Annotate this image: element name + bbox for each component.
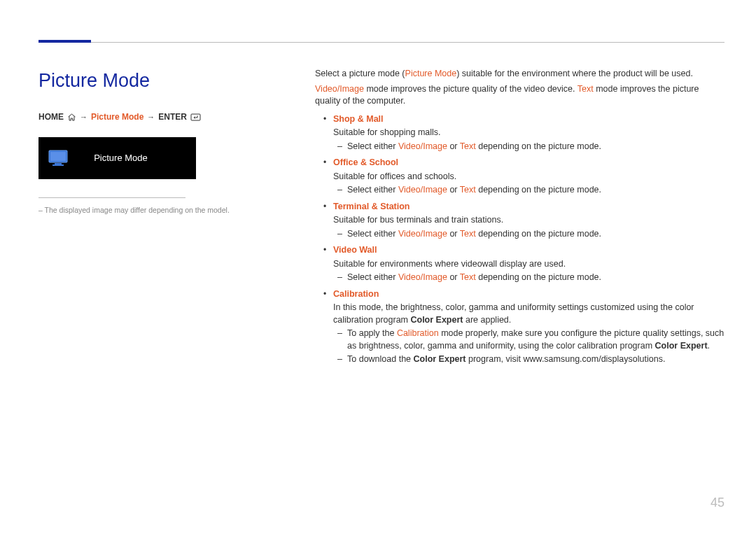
monitor-icon [46, 150, 70, 167]
ui-screenshot: Picture Mode [38, 137, 196, 179]
text-part: Select either [347, 141, 398, 151]
text-term: Text [460, 185, 476, 195]
svg-rect-4 [52, 164, 64, 166]
mode-name: Office & School [333, 157, 398, 169]
mode-item-calibration: Calibration In this mode, the brightness… [315, 288, 724, 366]
mode-name: Video Wall [333, 244, 377, 257]
modes-list: Shop & Mall Suitable for shopping malls.… [315, 113, 724, 366]
two-column-layout: Picture Mode HOME → Picture Mode → ENTER [38, 68, 724, 370]
select-line: Select either Video/Image or Text depend… [333, 272, 724, 284]
mode-sublist: Select either Video/Image or Text depend… [333, 184, 724, 197]
color-expert-term: Color Expert [655, 341, 708, 351]
screenshot-label: Picture Mode [77, 152, 196, 164]
breadcrumb: HOME → Picture Mode → ENTER [38, 111, 276, 123]
section-indicator [38, 40, 91, 43]
footnote: The displayed image may differ depending… [38, 205, 276, 216]
text-part: or [447, 185, 460, 195]
manual-page: Picture Mode HOME → Picture Mode → ENTER [0, 0, 756, 534]
text-part: Select either [347, 185, 398, 195]
mode-item-terminal: Terminal & Station Suitable for bus term… [315, 201, 724, 241]
mode-name: Calibration [333, 288, 379, 301]
breadcrumb-mode-label: Picture Mode [91, 111, 144, 123]
intro-text-part: Select a picture mode ( [315, 69, 405, 78]
breadcrumb-enter-label: ENTER [158, 111, 187, 123]
text-term: Text [460, 272, 476, 282]
select-line: Select either Video/Image or Text depend… [333, 228, 724, 241]
select-line: Select either Video/Image or Text depend… [333, 184, 724, 197]
mode-sublist: Select either Video/Image or Text depend… [333, 228, 724, 241]
text-term: Text [578, 84, 594, 94]
mode-name: Shop & Mall [333, 113, 384, 126]
mode-item-videowall: Video Wall Suitable for environments whe… [315, 244, 724, 284]
calibration-note-2: To download the Color Expert program, vi… [333, 353, 724, 366]
text-part: depending on the picture mode. [476, 272, 601, 282]
text-part: or [447, 272, 460, 282]
breadcrumb-arrow: → [147, 112, 155, 122]
enter-icon [190, 113, 201, 121]
select-line: Select either Video/Image or Text depend… [333, 141, 724, 153]
text-part: depending on the picture mode. [476, 141, 601, 151]
footnote-rule [38, 197, 186, 198]
text-part: are applied. [463, 315, 511, 325]
svg-rect-2 [50, 152, 66, 161]
page-title: Picture Mode [38, 68, 276, 94]
intro-text-part: mode improves the picture quality of the… [364, 84, 578, 94]
video-image-term: Video/Image [398, 229, 447, 239]
home-icon [67, 113, 76, 121]
right-column: Select a picture mode (Picture Mode) sui… [315, 68, 724, 370]
color-expert-term: Color Expert [414, 354, 466, 364]
color-expert-term: Color Expert [410, 315, 463, 325]
text-part: depending on the picture mode. [476, 229, 601, 239]
calibration-note-1: To apply the Calibration mode properly, … [333, 328, 724, 352]
mode-desc: Suitable for shopping malls. [333, 127, 724, 139]
breadcrumb-arrow: → [80, 112, 88, 122]
mode-name: Terminal & Station [333, 201, 410, 213]
left-column: Picture Mode HOME → Picture Mode → ENTER [38, 68, 276, 370]
mode-desc: In this mode, the brightness, color, gam… [333, 302, 724, 326]
mode-item-shop: Shop & Mall Suitable for shopping malls.… [315, 113, 724, 153]
picture-mode-term: Picture Mode [405, 69, 457, 78]
text-part: To apply the [347, 328, 397, 338]
video-image-term: Video/Image [398, 185, 447, 195]
intro-text-part: ) suitable for the environment where the… [456, 69, 693, 78]
breadcrumb-home-label: HOME [38, 111, 64, 123]
text-part: or [447, 229, 460, 239]
text-part: or [447, 141, 460, 151]
text-part: Select either [347, 229, 398, 239]
svg-rect-3 [55, 163, 62, 164]
mode-sublist: Select either Video/Image or Text depend… [333, 272, 724, 284]
text-term: Text [460, 229, 476, 239]
text-term: Text [460, 141, 476, 151]
header-rule [38, 42, 724, 43]
page-number: 45 [710, 494, 724, 512]
calibration-term: Calibration [397, 328, 439, 338]
intro-text: Select a picture mode (Picture Mode) sui… [315, 68, 724, 108]
mode-sublist: Select either Video/Image or Text depend… [333, 141, 724, 153]
text-part: depending on the picture mode. [476, 185, 601, 195]
mode-sublist: To apply the Calibration mode properly, … [333, 328, 724, 366]
mode-desc: Suitable for offices and schools. [333, 171, 724, 183]
video-image-term: Video/Image [398, 141, 447, 151]
text-part: To download the [347, 354, 414, 364]
mode-item-office: Office & School Suitable for offices and… [315, 157, 724, 197]
mode-desc: Suitable for bus terminals and train sta… [333, 214, 724, 227]
video-image-term: Video/Image [315, 84, 364, 94]
video-image-term: Video/Image [398, 272, 447, 282]
mode-desc: Suitable for environments where videowal… [333, 258, 724, 271]
text-part: In this mode, the brightness, color, gam… [333, 302, 694, 325]
text-part: program, visit www.samsung.com/displayso… [466, 354, 666, 364]
text-part: Select either [347, 272, 398, 282]
text-part: . [708, 341, 710, 351]
